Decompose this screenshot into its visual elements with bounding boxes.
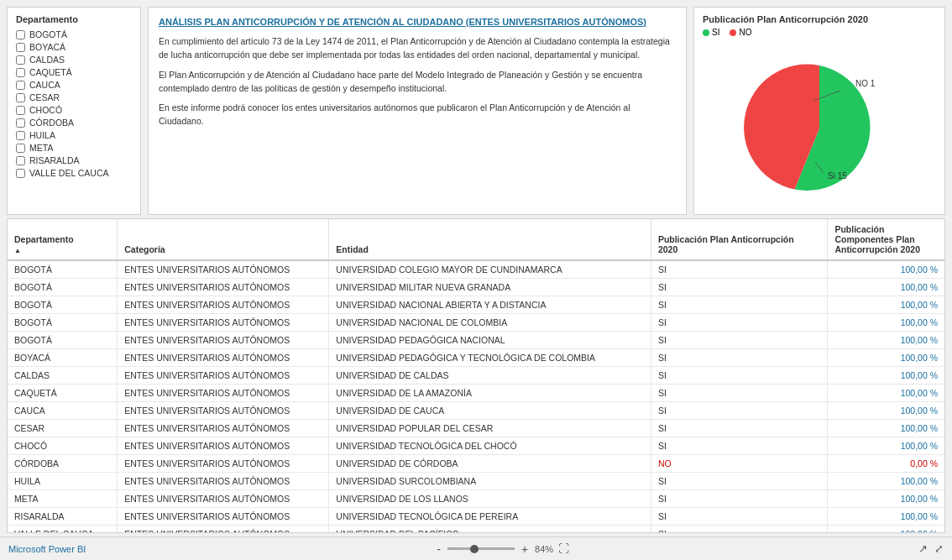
filter-item-chocó[interactable]: CHOCÓ xyxy=(16,105,132,115)
filter-label: CAQUETÁ xyxy=(29,67,72,77)
top-section: Departamento BOGOTÁBOYACÁCALDASCAQUETÁCA… xyxy=(0,0,952,218)
col-header-entidad[interactable]: Entidad xyxy=(329,219,651,260)
text-panel-body: En cumplimiento del artículo 73 de la Le… xyxy=(159,35,676,128)
cell-pub-comp: 100,00 % xyxy=(828,473,944,490)
cell-pub-comp: 100,00 % xyxy=(828,526,944,533)
text-panel-title: ANÁLISIS PLAN ANTICORRUPCIÓN Y DE ATENCI… xyxy=(159,16,676,29)
data-table: Departamento▲ Categoría Entidad Publicac… xyxy=(8,219,944,532)
fit-page-icon[interactable]: ⛶ xyxy=(558,542,569,555)
cell-categoria: ENTES UNIVERSITARIOS AUTÓNOMOS xyxy=(118,490,329,508)
cell-pub-plan: SI xyxy=(651,279,828,296)
expand-icon[interactable]: ⤢ xyxy=(934,542,944,555)
cell-pub-plan: SI xyxy=(651,385,828,402)
filter-checkbox-bogotá[interactable] xyxy=(16,30,25,39)
cell-pub-plan: SI xyxy=(651,296,828,314)
filter-label: CHOCÓ xyxy=(29,105,62,115)
cell-pub-comp: 100,00 % xyxy=(828,332,944,349)
filter-item-bogotá[interactable]: BOGOTÁ xyxy=(16,29,132,39)
col-header-pub-comp[interactable]: PublicaciónComponentes PlanAnticorrupció… xyxy=(828,219,944,260)
filter-label: CAUCA xyxy=(29,80,60,90)
cell-pub-comp: 100,00 % xyxy=(828,279,944,296)
cell-departamento: CÓRDOBA xyxy=(8,455,118,473)
filter-item-caldas[interactable]: CALDAS xyxy=(16,55,132,65)
cell-entidad: UNIVERSIDAD PEDAGÓGICA Y TECNOLÓGICA DE … xyxy=(329,349,651,367)
cell-departamento: META xyxy=(8,490,118,508)
filter-title: Departamento xyxy=(16,14,132,24)
cell-categoria: ENTES UNIVERSITARIOS AUTÓNOMOS xyxy=(118,296,329,314)
cell-departamento: RISARALDA xyxy=(8,508,118,526)
zoom-plus-button[interactable]: + xyxy=(520,542,530,556)
table-row: CALDASENTES UNIVERSITARIOS AUTÓNOMOSUNIV… xyxy=(8,367,944,385)
cell-entidad: UNIVERSIDAD DE LOS LLANOS xyxy=(329,490,651,508)
filter-checkbox-chocó[interactable] xyxy=(16,106,25,115)
cell-entidad: UNIVERSIDAD COLEGIO MAYOR DE CUNDINAMARC… xyxy=(329,260,651,279)
cell-entidad: UNIVERSIDAD DE CALDAS xyxy=(329,367,651,385)
cell-pub-comp: 100,00 % xyxy=(828,314,944,332)
legend-no: NO xyxy=(730,28,751,37)
col-header-categoria[interactable]: Categoría xyxy=(118,219,329,260)
filter-label: VALLE DEL CAUCA xyxy=(29,168,109,178)
filter-item-huila[interactable]: HUILA xyxy=(16,130,132,140)
table-row: BOGOTÁENTES UNIVERSITARIOS AUTÓNOMOSUNIV… xyxy=(8,260,944,279)
filter-item-cauca[interactable]: CAUCA xyxy=(16,80,132,90)
cell-departamento: BOGOTÁ xyxy=(8,279,118,296)
filter-item-cesar[interactable]: CESAR xyxy=(16,92,132,102)
filter-item-córdoba[interactable]: CÓRDOBA xyxy=(16,118,132,128)
cell-pub-comp: 100,00 % xyxy=(828,437,944,455)
filter-label: CESAR xyxy=(29,92,60,102)
cell-entidad: UNIVERSIDAD NACIONAL ABIERTA Y A DISTANC… xyxy=(329,296,651,314)
filter-checkbox-risaralda[interactable] xyxy=(16,156,25,165)
cell-entidad: UNIVERSIDAD DE CAUCA xyxy=(329,402,651,420)
filter-item-caquetá[interactable]: CAQUETÁ xyxy=(16,67,132,77)
cell-pub-comp: 100,00 % xyxy=(828,490,944,508)
table-header-row: Departamento▲ Categoría Entidad Publicac… xyxy=(8,219,944,260)
table-row: RISARALDAENTES UNIVERSITARIOS AUTÓNOMOSU… xyxy=(8,508,944,526)
cell-categoria: ENTES UNIVERSITARIOS AUTÓNOMOS xyxy=(118,332,329,349)
filter-checkbox-caldas[interactable] xyxy=(16,55,25,65)
cell-departamento: BOYACÁ xyxy=(8,349,118,367)
filter-label: CALDAS xyxy=(29,55,65,65)
filter-item-meta[interactable]: META xyxy=(16,143,132,153)
table-row: CESARENTES UNIVERSITARIOS AUTÓNOMOSUNIVE… xyxy=(8,420,944,437)
filter-checkbox-caquetá[interactable] xyxy=(16,68,25,77)
power-bi-link[interactable]: Microsoft Power BI xyxy=(8,544,86,554)
pie-chart-svg: NO 1 Si 15 xyxy=(731,49,908,200)
table-row: HUILAENTES UNIVERSITARIOS AUTÓNOMOSUNIVE… xyxy=(8,473,944,490)
text-panel: ANÁLISIS PLAN ANTICORRUPCIÓN Y DE ATENCI… xyxy=(148,7,687,215)
table-wrapper[interactable]: Departamento▲ Categoría Entidad Publicac… xyxy=(8,219,944,532)
cell-pub-comp: 100,00 % xyxy=(828,349,944,367)
filter-checkbox-huila[interactable] xyxy=(16,131,25,140)
text-paragraph: En este informe podrá conocer los entes … xyxy=(159,102,676,128)
cell-pub-plan: SI xyxy=(651,420,828,437)
chart-legend: SI NO xyxy=(703,28,936,37)
cell-pub-plan: SI xyxy=(651,349,828,367)
filter-checkbox-cauca[interactable] xyxy=(16,81,25,90)
cell-departamento: CESAR xyxy=(8,420,118,437)
cell-departamento: CHOCÓ xyxy=(8,437,118,455)
cell-pub-plan: NO xyxy=(651,455,828,473)
filter-checkbox-córdoba[interactable] xyxy=(16,118,25,128)
table-row: CÓRDOBAENTES UNIVERSITARIOS AUTÓNOMOSUNI… xyxy=(8,455,944,473)
zoom-slider[interactable] xyxy=(447,547,515,550)
col-header-departamento[interactable]: Departamento▲ xyxy=(8,219,118,260)
cell-pub-comp: 100,00 % xyxy=(828,402,944,420)
col-header-pub-plan[interactable]: Publicación Plan Anticorrupción2020 xyxy=(651,219,828,260)
filter-item-valle-del-cauca[interactable]: VALLE DEL CAUCA xyxy=(16,168,132,178)
cell-pub-plan: SI xyxy=(651,526,828,533)
table-row: METAENTES UNIVERSITARIOS AUTÓNOMOSUNIVER… xyxy=(8,490,944,508)
filter-checkbox-cesar[interactable] xyxy=(16,93,25,102)
cell-categoria: ENTES UNIVERSITARIOS AUTÓNOMOS xyxy=(118,455,329,473)
cell-pub-plan: SI xyxy=(651,314,828,332)
table-row: VALLE DEL CAUCAENTES UNIVERSITARIOS AUTÓ… xyxy=(8,526,944,533)
filter-item-risaralda[interactable]: RISARALDA xyxy=(16,155,132,165)
filter-checkbox-boyacá[interactable] xyxy=(16,43,25,52)
cell-departamento: BOGOTÁ xyxy=(8,332,118,349)
filter-checkbox-valle-del-cauca[interactable] xyxy=(16,169,25,178)
table-row: CAQUETÁENTES UNIVERSITARIOS AUTÓNOMOSUNI… xyxy=(8,385,944,402)
filter-item-boyacá[interactable]: BOYACÁ xyxy=(16,42,132,52)
zoom-minus-button[interactable]: - xyxy=(435,542,442,556)
filter-checkbox-meta[interactable] xyxy=(16,144,25,153)
legend-no-label: NO xyxy=(739,28,751,37)
share-icon[interactable]: ↗ xyxy=(918,542,928,555)
cell-pub-plan: SI xyxy=(651,437,828,455)
